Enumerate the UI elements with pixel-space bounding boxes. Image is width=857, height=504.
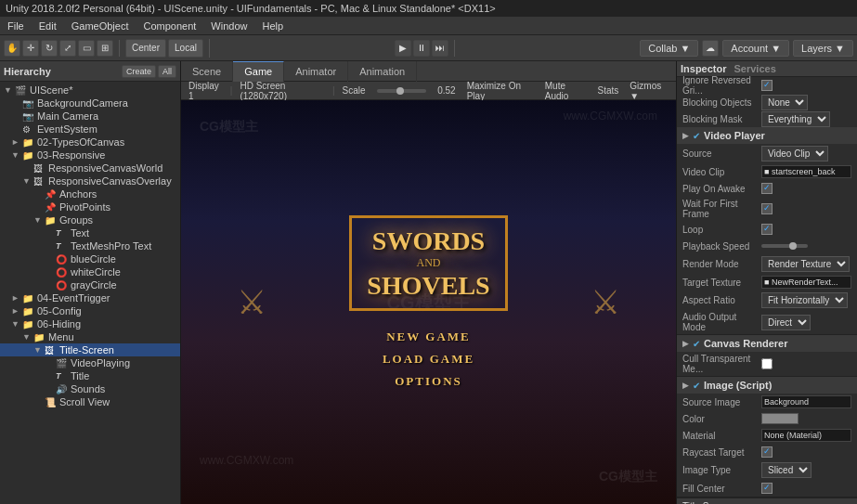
menu-component[interactable]: Component <box>136 17 203 34</box>
center-btn[interactable]: Center <box>125 39 166 58</box>
hierarchy-title: Hierarchy <box>4 66 51 77</box>
stats-btn[interactable]: Stats <box>594 85 623 96</box>
tree-item-06hiding[interactable]: ▼📁06-Hiding <box>0 317 180 330</box>
tree-item-uiscene[interactable]: ▼🎬UIScene* <box>0 84 180 97</box>
tree-item-graycircle[interactable]: ⭕grayCircle <box>0 278 180 291</box>
scale-value: 0.52 <box>434 85 459 96</box>
source-dropdown[interactable]: Video Clip <box>761 146 828 162</box>
fillcenter-checkbox[interactable] <box>761 483 773 494</box>
color-swatch[interactable] <box>761 413 799 424</box>
tree-item-bgcam[interactable]: 📷BackgroundCamera <box>0 97 180 110</box>
tree-item-maincam[interactable]: 📷Main Camera <box>0 110 180 123</box>
playbackspeed-slider[interactable] <box>761 244 808 248</box>
hierarchy-header: Hierarchy Create All <box>0 61 180 82</box>
videoclip-field[interactable]: ■ startscreen_back <box>761 165 851 178</box>
services-tab[interactable]: Services <box>734 63 776 74</box>
tree-item-anchors[interactable]: 📌Anchors <box>0 187 180 200</box>
playonawake-row: Play On Awake <box>677 180 857 197</box>
hand-tool[interactable]: ✋ <box>4 40 20 57</box>
canvas-renderer-header[interactable]: ▶ ✔ Canvas Renderer <box>677 335 857 352</box>
tree-item-scrollview[interactable]: 📜Scroll View <box>0 395 180 408</box>
blocking-mask-label: Blocking Mask <box>682 114 761 124</box>
transform-tool[interactable]: ⊞ <box>97 40 113 57</box>
hierarchy-all-btn[interactable]: All <box>158 65 176 78</box>
scene-tab-animator[interactable]: Animator <box>284 61 348 82</box>
raycasttarget-checkbox[interactable] <box>761 446 773 458</box>
collab-btn[interactable]: Collab ▼ <box>640 40 698 57</box>
playonawake-label: Play On Awake <box>682 184 761 194</box>
play-btn[interactable]: ▶ <box>395 40 411 57</box>
tree-item-groups[interactable]: ▼📁Groups <box>0 213 180 226</box>
aspectratio-dropdown[interactable]: Fit Horizontally <box>761 292 848 308</box>
tree-item-eventsystem[interactable]: ⚙EventSystem <box>0 123 180 136</box>
tree-item-sounds[interactable]: 🔊Sounds <box>0 382 180 395</box>
mute-audio-btn[interactable]: Mute Audio <box>541 81 591 101</box>
image-header[interactable]: ▶ ✔ Image (Script) <box>677 377 857 394</box>
move-tool[interactable]: ✛ <box>22 40 39 57</box>
sourceimage-field[interactable]: Background <box>761 395 851 408</box>
local-btn[interactable]: Local <box>168 39 203 58</box>
cloud-icon[interactable]: ☁ <box>702 40 719 57</box>
scene-tab-game[interactable]: Game <box>233 61 284 82</box>
menu-file[interactable]: File <box>0 17 32 34</box>
source-row: Source Video Clip <box>677 144 857 163</box>
imagetype-dropdown[interactable]: Sliced <box>761 462 812 478</box>
display-selector[interactable]: Display 1 <box>185 81 227 101</box>
videoclip-row: Video Clip ■ startscreen_back <box>677 163 857 180</box>
scene-tab-animation[interactable]: Animation <box>348 61 417 82</box>
culltransparent-checkbox[interactable] <box>761 358 773 369</box>
tree-item-textmeshpro[interactable]: TTextMeshPro Text <box>0 239 180 252</box>
material-field[interactable]: None (Material) <box>761 429 851 442</box>
targettexture-field[interactable]: ■ NewRenderText... <box>761 276 851 289</box>
options-btn[interactable]: OPTIONS <box>395 374 462 389</box>
resolution-selector[interactable]: HD Screen (1280x720) <box>236 81 329 101</box>
scale-slider[interactable] <box>377 89 427 93</box>
tree-item-canvasoverlay[interactable]: ▼🖼ResponsiveCanvasOverlay <box>0 174 180 187</box>
layers-btn[interactable]: Layers ▼ <box>793 40 853 57</box>
account-btn[interactable]: Account ▼ <box>722 40 789 57</box>
pause-btn[interactable]: ⏸ <box>413 40 430 57</box>
tree-item-title[interactable]: TTitle <box>0 369 180 382</box>
tree-item-02canvas[interactable]: ►📁02-TypesOfCanvas <box>0 136 180 149</box>
tree-item-videoplaying[interactable]: 🎬VideoPlaying <box>0 356 180 369</box>
scene-tab-scene[interactable]: Scene <box>181 61 233 82</box>
transform-tools: ✋ ✛ ↻ ⤢ ▭ ⊞ <box>4 40 120 57</box>
menu-gameobject[interactable]: GameObject <box>64 17 136 34</box>
menu-help[interactable]: Help <box>254 17 291 34</box>
gizmos-btn[interactable]: Gizmos ▼ <box>626 81 672 101</box>
blocking-objects-label: Blocking Objects <box>682 97 761 108</box>
tree-item-whitecircle[interactable]: ⭕whiteCircle <box>0 265 180 278</box>
ignore-reversed-checkbox[interactable] <box>761 80 773 91</box>
menu-window[interactable]: Window <box>203 17 254 34</box>
video-player-header[interactable]: ▶ ✔ Video Player <box>677 127 857 144</box>
new-game-btn[interactable]: NEW GAME <box>386 330 471 344</box>
step-btn[interactable]: ⏭ <box>432 40 448 57</box>
blocking-objects-dropdown[interactable]: None <box>761 95 808 110</box>
loop-checkbox[interactable] <box>761 224 773 235</box>
sourceimage-row: Source Image Background <box>677 394 857 410</box>
blocking-mask-dropdown[interactable]: Everything <box>761 111 830 127</box>
tree-item-menu[interactable]: ▼📁Menu <box>0 330 180 343</box>
rendermode-dropdown[interactable]: Render Texture <box>761 256 850 272</box>
tree-item-03responsive[interactable]: ▼📁03-Responsive <box>0 149 180 162</box>
inspector-tab[interactable]: Inspector <box>681 63 727 74</box>
waitforfirstframe-checkbox[interactable] <box>761 203 773 214</box>
load-game-btn[interactable]: LOAD GAME <box>383 352 474 367</box>
tree-item-04event[interactable]: ►📁04-EventTrigger <box>0 291 180 304</box>
image-section: ▶ ✔ Image (Script) Source Image Backgrou… <box>677 377 857 498</box>
hierarchy-create-btn[interactable]: Create <box>122 65 156 78</box>
audiooutput-dropdown[interactable]: Direct <box>761 315 811 330</box>
playonawake-checkbox[interactable] <box>761 183 773 194</box>
tree-item-titlescreen[interactable]: ▼🖼Title-Screen <box>0 343 180 356</box>
tree-item-canvasworld[interactable]: 🖼ResponsiveCanvasWorld <box>0 162 180 174</box>
tree-item-bluecircle[interactable]: ⭕blueCircle <box>0 252 180 265</box>
maximize-on-play-btn[interactable]: Maximize On Play <box>463 81 538 101</box>
tree-item-pivotpoints[interactable]: 📌PivotPoints <box>0 200 180 213</box>
rotate-tool[interactable]: ↻ <box>41 40 58 57</box>
game-logo: SWORDS AND SHOVELS <box>349 215 507 312</box>
tree-item-text[interactable]: TText <box>0 226 180 239</box>
tree-item-05config[interactable]: ►📁05-Config <box>0 304 180 317</box>
menu-edit[interactable]: Edit <box>32 17 64 34</box>
rect-tool[interactable]: ▭ <box>78 40 95 57</box>
scale-tool[interactable]: ⤢ <box>59 40 76 57</box>
